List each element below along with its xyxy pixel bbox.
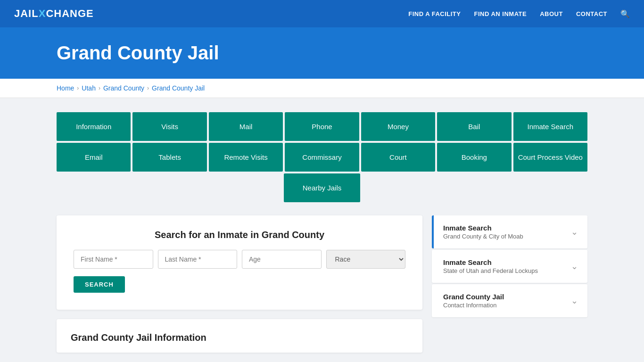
breadcrumb-grand-county[interactable]: Grand County xyxy=(103,84,144,92)
nav-find-inmate[interactable]: FIND AN INMATE xyxy=(474,10,527,17)
breadcrumb-sep-3: › xyxy=(147,85,149,91)
sidebar-item-text-1: Inmate Search Grand County & City of Moa… xyxy=(443,224,523,240)
breadcrumb-home[interactable]: Home xyxy=(57,84,74,92)
btn-bail[interactable]: Bail xyxy=(437,112,511,141)
breadcrumb: Home › Utah › Grand County › Grand Count… xyxy=(57,84,587,92)
sidebar-item-contact-info[interactable]: Grand County Jail Contact Information ⌄ xyxy=(432,284,587,317)
chevron-down-icon-1: ⌄ xyxy=(571,227,578,237)
btn-commissary[interactable]: Commissary xyxy=(285,143,359,172)
sidebar-item-subtitle-3: Contact Information xyxy=(443,302,504,309)
chevron-down-icon-3: ⌄ xyxy=(571,296,578,306)
btn-nearby-jails[interactable]: Nearby Jails xyxy=(284,173,361,202)
btn-information[interactable]: Information xyxy=(57,112,131,141)
btn-phone[interactable]: Phone xyxy=(285,112,359,141)
info-section-title: Grand County Jail Information xyxy=(71,332,408,343)
age-input[interactable] xyxy=(242,250,322,269)
sidebar-item-text-2: Inmate Search State of Utah and Federal … xyxy=(443,258,538,274)
sidebar-item-inmate-search-2[interactable]: Inmate Search State of Utah and Federal … xyxy=(432,250,587,283)
search-card: Search for an Inmate in Grand County Rac… xyxy=(57,215,422,310)
sidebar-item-inmate-search-1[interactable]: Inmate Search Grand County & City of Moa… xyxy=(432,215,587,248)
search-icon[interactable]: 🔍 xyxy=(620,9,630,18)
btn-inmate-search[interactable]: Inmate Search xyxy=(513,112,587,141)
button-grid-row1: Information Visits Mail Phone Money Bail… xyxy=(57,112,587,141)
breadcrumb-bar: Home › Utah › Grand County › Grand Count… xyxy=(0,79,644,98)
search-title: Search for an Inmate in Grand County xyxy=(74,230,405,240)
nav-links: FIND A FACILITY FIND AN INMATE ABOUT CON… xyxy=(408,9,630,18)
brand-x: X xyxy=(39,8,46,19)
brand-xchange: CHANGE xyxy=(46,8,93,19)
last-name-input[interactable] xyxy=(158,250,238,269)
sidebar-item-text-3: Grand County Jail Contact Information xyxy=(443,293,504,309)
brand-jail: JAIL xyxy=(14,8,39,19)
breadcrumb-current: Grand County Jail xyxy=(152,84,205,92)
breadcrumb-utah[interactable]: Utah xyxy=(82,84,96,92)
left-column: Search for an Inmate in Grand County Rac… xyxy=(57,215,422,353)
race-select[interactable]: Race White Black Hispanic Asian Other xyxy=(326,250,406,269)
main-content: Information Visits Mail Phone Money Bail… xyxy=(0,98,644,362)
brand-logo[interactable]: JAILXCHANGE xyxy=(14,8,94,20)
sidebar-item-subtitle-2: State of Utah and Federal Lockups xyxy=(443,267,538,274)
sidebar-item-subtitle-1: Grand County & City of Moab xyxy=(443,233,523,240)
sidebar-item-title-2: Inmate Search xyxy=(443,258,538,266)
info-bottom-card: Grand County Jail Information xyxy=(57,319,422,353)
btn-court[interactable]: Court xyxy=(361,143,435,172)
page-title: Grand County Jail xyxy=(57,42,587,64)
hero-section: Grand County Jail xyxy=(0,27,644,79)
nav-find-facility[interactable]: FIND A FACILITY xyxy=(408,10,461,17)
btn-money[interactable]: Money xyxy=(361,112,435,141)
chevron-down-icon-2: ⌄ xyxy=(571,261,578,272)
nav-about[interactable]: ABOUT xyxy=(540,10,563,17)
lower-section: Search for an Inmate in Grand County Rac… xyxy=(57,215,587,353)
search-form: Race White Black Hispanic Asian Other xyxy=(74,250,405,269)
navbar: JAILXCHANGE FIND A FACILITY FIND AN INMA… xyxy=(0,0,644,27)
sidebar-item-title-1: Inmate Search xyxy=(443,224,523,232)
sidebar-item-title-3: Grand County Jail xyxy=(443,293,504,301)
btn-mail[interactable]: Mail xyxy=(209,112,283,141)
first-name-input[interactable] xyxy=(74,250,153,269)
btn-court-process-video[interactable]: Court Process Video xyxy=(513,143,587,172)
btn-remote-visits[interactable]: Remote Visits xyxy=(209,143,283,172)
breadcrumb-sep-1: › xyxy=(77,85,79,91)
nav-contact[interactable]: CONTACT xyxy=(576,10,607,17)
btn-booking[interactable]: Booking xyxy=(437,143,511,172)
breadcrumb-sep-2: › xyxy=(99,85,100,91)
btn-tablets[interactable]: Tablets xyxy=(132,143,206,172)
button-grid-row2: Email Tablets Remote Visits Commissary C… xyxy=(57,143,587,172)
search-button[interactable]: SEARCH xyxy=(74,276,125,293)
btn-email[interactable]: Email xyxy=(57,143,131,172)
btn-visits[interactable]: Visits xyxy=(132,112,206,141)
button-grid-row3: Nearby Jails xyxy=(57,173,587,202)
sidebar: Inmate Search Grand County & City of Moa… xyxy=(432,215,587,319)
